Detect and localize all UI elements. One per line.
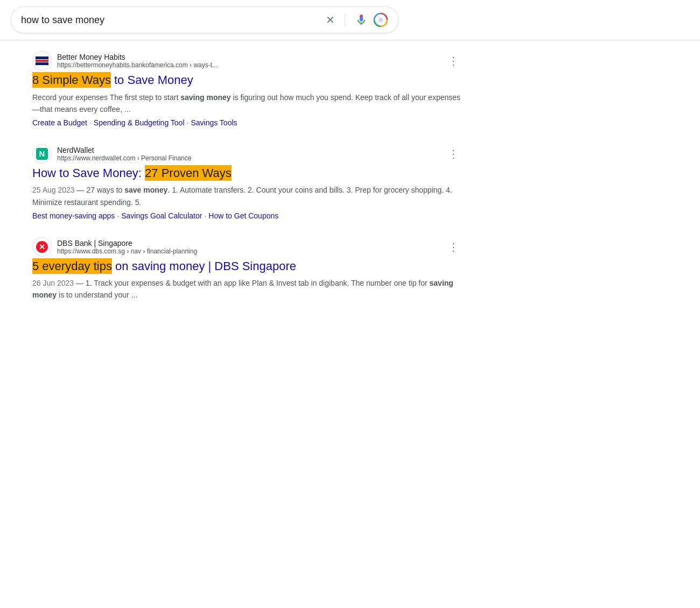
voice-icon[interactable] <box>355 13 368 26</box>
lens-icon[interactable] <box>373 12 388 27</box>
result-link-how-to-get-coupons[interactable]: How to Get Coupons <box>208 211 278 220</box>
result-title-1[interactable]: 8 Simple Ways to Save Money <box>32 73 463 88</box>
clear-search-icon[interactable]: ✕ <box>326 13 335 26</box>
result-link-1-1[interactable]: Spending & Budgeting Tool <box>94 118 185 127</box>
more-options-3[interactable]: ⋮ <box>444 238 463 256</box>
result-title-rest-3: on saving money | DBS Singapore <box>112 259 296 273</box>
nerdwallet-icon: N <box>36 148 48 160</box>
more-options-1[interactable]: ⋮ <box>444 52 463 69</box>
result-link-1-0[interactable]: Create a Budget <box>32 118 87 127</box>
search-result-3: ✕ DBS Bank | Singapore https://www.dbs.c… <box>32 237 463 301</box>
source-name-1: Better Money Habits <box>57 53 218 61</box>
source-url-3: https://www.dbs.com.sg › nav › financial… <box>57 248 197 255</box>
svg-point-1 <box>379 18 383 22</box>
svg-rect-4 <box>36 56 48 59</box>
favicon-boa <box>32 51 52 70</box>
result-snippet-3: 26 Jun 2023 — 1. Track your expenses & b… <box>32 277 463 301</box>
source-url-1: https://bettermoneyhabits.bankofamerica.… <box>57 61 218 69</box>
result-link-2-0[interactable]: Best money-saving apps <box>32 211 115 220</box>
result-date-3: 26 Jun 2023 <box>32 279 74 287</box>
result-title-rest-1: to Save Money <box>111 73 193 87</box>
result-link-1-2[interactable]: Savings Tools <box>191 118 237 127</box>
more-options-2[interactable]: ⋮ <box>444 145 463 162</box>
source-url-2: https://www.nerdwallet.com › Personal Fi… <box>57 154 191 162</box>
result-links-1: Create a Budget · Spending & Budgeting T… <box>32 118 463 127</box>
link-dot: · <box>89 118 92 127</box>
results-container: Better Money Habits https://bettermoneyh… <box>0 40 700 329</box>
favicon-dbs: ✕ <box>32 237 52 257</box>
link-dot: · <box>187 118 189 127</box>
result-snippet-2: 25 Aug 2023 — 27 ways to save money. 1. … <box>32 184 463 208</box>
source-info-1: Better Money Habits https://bettermoneyh… <box>57 53 218 69</box>
result-date-2: 25 Aug 2023 <box>32 186 75 194</box>
result-title-2[interactable]: How to Save Money: 27 Proven Ways <box>32 166 463 181</box>
result-links-2: Best money-saving apps · Savings Goal Ca… <box>32 211 463 220</box>
result-source-2: N NerdWallet https://www.nerdwallet.com … <box>32 144 463 164</box>
search-result-1: Better Money Habits https://bettermoneyh… <box>32 51 463 127</box>
result-snippet-1: Record your expenses The first step to s… <box>32 91 463 115</box>
source-info-2: NerdWallet https://www.nerdwallet.com › … <box>57 146 191 162</box>
result-title-highlight-3: 5 everyday tips <box>32 258 112 274</box>
source-name-2: NerdWallet <box>57 146 191 154</box>
search-bar[interactable]: ✕ <box>11 6 398 33</box>
search-input[interactable] <box>21 15 320 26</box>
svg-rect-5 <box>36 62 48 65</box>
source-info-3: DBS Bank | Singapore https://www.dbs.com… <box>57 239 197 255</box>
result-link-savings-calculator[interactable]: Savings Goal Calculator <box>121 211 202 220</box>
result-source-3: ✕ DBS Bank | Singapore https://www.dbs.c… <box>32 237 463 257</box>
source-name-3: DBS Bank | Singapore <box>57 239 197 248</box>
favicon-nerdwallet: N <box>32 144 52 164</box>
result-source-1: Better Money Habits https://bettermoneyh… <box>32 51 463 70</box>
dbs-icon: ✕ <box>36 241 48 253</box>
result-title-highlight-2: 27 Proven Ways <box>145 165 232 181</box>
search-divider <box>345 13 345 26</box>
result-title-part1-2: How to Save Money: <box>32 166 145 180</box>
result-title-3[interactable]: 5 everyday tips on saving money | DBS Si… <box>32 259 463 274</box>
search-result-2: N NerdWallet https://www.nerdwallet.com … <box>32 144 463 220</box>
search-bar-container: ✕ <box>0 0 700 40</box>
link-dot: · <box>117 211 119 220</box>
link-dot: · <box>204 211 206 220</box>
svg-rect-3 <box>36 60 48 62</box>
result-title-highlight-1: 8 Simple Ways <box>32 72 111 88</box>
